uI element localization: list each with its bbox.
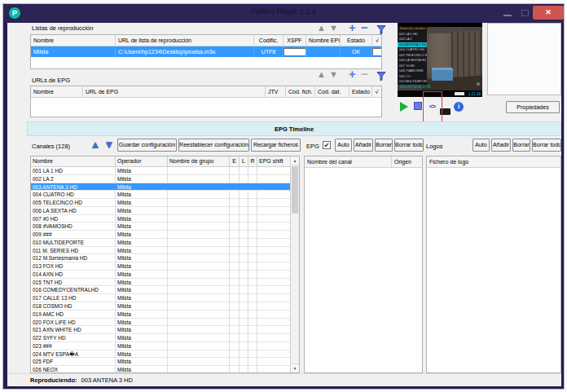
channel-row[interactable]: 016 COMEDYCENTRALHDMilsta bbox=[31, 286, 299, 294]
cell-operador: Milsta bbox=[116, 342, 168, 350]
playlist-move-down-icon[interactable]: ▼ bbox=[327, 23, 340, 34]
channel-row[interactable]: 001 LA 1 HDMilsta bbox=[31, 167, 299, 175]
cell-empty bbox=[248, 326, 257, 333]
channel-move-up-icon[interactable]: ▲ bbox=[89, 138, 102, 152]
cell-empty bbox=[168, 319, 230, 326]
reset-config-button[interactable]: Reestablecer configuración bbox=[178, 139, 249, 152]
channel-row[interactable]: 024 MTV ESPA�AMilsta bbox=[31, 350, 299, 359]
cell-empty bbox=[230, 334, 240, 341]
properties-button[interactable]: Propiedades bbox=[506, 101, 560, 113]
epg-panel-table-header: Nombre del canalOrigen bbox=[305, 156, 422, 168]
channel-row[interactable]: 023 ###Milsta bbox=[31, 342, 299, 350]
cell-empty bbox=[230, 231, 240, 238]
logos-auto-button[interactable]: Auto bbox=[472, 139, 490, 152]
cell-operador: Milsta bbox=[116, 294, 168, 302]
epgurl-move-up-icon[interactable]: ▲ bbox=[315, 69, 327, 81]
column-header: Estado bbox=[349, 86, 372, 97]
logos-panel-label: Logos bbox=[426, 143, 442, 150]
cell-empty bbox=[257, 183, 291, 191]
channel-row[interactable]: 008 #VAMOSHDMilsta bbox=[31, 222, 299, 231]
channel-row[interactable]: 013 FOX HDMilsta bbox=[31, 262, 299, 271]
cell-empty bbox=[248, 279, 257, 286]
channel-row[interactable]: 002 LA 2Milsta bbox=[31, 175, 299, 183]
channels-scrollbar[interactable]: ▲ ▼ bbox=[290, 156, 299, 372]
cell-operador: Milsta bbox=[116, 319, 168, 326]
cell-empty bbox=[257, 358, 291, 365]
channel-row[interactable]: 014 AXN HDMilsta bbox=[31, 271, 299, 279]
cell-empty bbox=[240, 342, 248, 350]
cell-nombre: 024 MTV ESPA�A bbox=[31, 350, 116, 358]
channel-row[interactable]: 021 AXN WHITE HDMilsta bbox=[31, 326, 299, 334]
channel-row[interactable]: 010 MULTIDEPORTEMilsta bbox=[31, 239, 299, 247]
playlist-row[interactable]: MilstaC:\Users\hp1234\Desktop\prueba.m3u… bbox=[31, 46, 381, 57]
playlist-filter-icon[interactable] bbox=[375, 23, 387, 34]
channel-row[interactable]: 017 CALLE 13 HDMilsta bbox=[31, 294, 299, 302]
scrollbar-up-icon[interactable]: ▲ bbox=[291, 156, 299, 165]
channel-row[interactable]: 004 CUATRO HDMilsta bbox=[31, 191, 299, 199]
cell-empty bbox=[168, 262, 230, 270]
channel-row[interactable]: 007 #0 HDMilsta bbox=[31, 215, 299, 223]
channel-row[interactable]: 005 TELECINCO HDMilsta bbox=[31, 199, 299, 207]
channel-row[interactable]: 011 M. SERIES HDMilsta bbox=[31, 247, 299, 255]
app-window: P Perfect Player 1.1.4 ✕ ▲ ▼ + − Listas … bbox=[2, 3, 565, 390]
channel-row[interactable]: 020 FOX LIFE HDMilsta bbox=[31, 319, 299, 327]
channel-move-down-icon[interactable]: ▼ bbox=[103, 138, 116, 152]
cell-empty bbox=[240, 294, 248, 302]
epgurl-filter-icon[interactable] bbox=[375, 69, 387, 81]
active-checkbox[interactable]: ✔ bbox=[372, 48, 382, 56]
logos-add-button[interactable]: Añadir bbox=[491, 139, 511, 152]
cell-empty bbox=[257, 342, 291, 350]
cell-empty bbox=[230, 175, 240, 183]
channel-row[interactable]: 025 FDFMilsta bbox=[31, 358, 299, 366]
channel-row[interactable]: 006 LA SEXTA HDMilsta bbox=[31, 207, 299, 215]
cell-empty bbox=[230, 350, 240, 358]
reload-files-button[interactable]: Recargar ficheros bbox=[251, 139, 301, 152]
cell-empty bbox=[168, 199, 230, 206]
cell-operador: Milsta bbox=[116, 302, 168, 310]
channel-row[interactable]: 015 TNT HDMilsta bbox=[31, 279, 299, 287]
channel-row[interactable]: 026 NEOXMilsta bbox=[31, 366, 299, 373]
xspf-checkbox[interactable] bbox=[284, 48, 306, 56]
cell-operador: Milsta bbox=[116, 350, 168, 358]
epgurl-move-down-icon[interactable]: ▼ bbox=[327, 69, 340, 81]
epg-auto-button[interactable]: Auto bbox=[335, 139, 352, 152]
status-value: 003 ANTENA 3 HD bbox=[81, 377, 133, 384]
epg-add-button[interactable]: Añadir bbox=[354, 139, 373, 152]
channel-row[interactable]: 009 ###Milsta bbox=[31, 231, 299, 239]
channel-row[interactable]: 022 SYFY HDMilsta bbox=[31, 334, 299, 342]
column-header: Nombre EPG bbox=[306, 35, 341, 46]
column-header: √ bbox=[372, 86, 381, 97]
playlist-remove-icon[interactable]: − bbox=[358, 23, 371, 34]
scrollbar-thumb[interactable] bbox=[292, 166, 298, 214]
channel-row[interactable]: 012 M.Seriesmania HDMilsta bbox=[31, 254, 299, 262]
channels-section-label: Canales (128) bbox=[32, 143, 70, 150]
epg-delete-all-button[interactable]: Borrar todo bbox=[394, 139, 424, 152]
maximize-button[interactable] bbox=[521, 10, 529, 16]
play-button[interactable] bbox=[398, 101, 411, 112]
column-header: R bbox=[248, 156, 257, 166]
cell-empty bbox=[257, 222, 291, 230]
cell-empty bbox=[248, 191, 257, 198]
cell-nombre: 025 FDF bbox=[31, 358, 116, 365]
channel-row[interactable]: 003 ANTENA 3 HDMilsta bbox=[31, 183, 299, 192]
info-button[interactable]: i bbox=[454, 101, 466, 112]
playlist-add-icon[interactable]: + bbox=[346, 23, 358, 34]
epg-delete-button[interactable]: Borrar bbox=[375, 139, 393, 152]
epg-timeline-bar[interactable]: EPG Timeline bbox=[27, 121, 561, 136]
epgurl-add-icon[interactable]: + bbox=[346, 69, 358, 81]
scrollbar-down-icon[interactable]: ▼ bbox=[291, 363, 299, 372]
cell-empty bbox=[240, 175, 248, 183]
epgurl-remove-icon[interactable]: − bbox=[358, 69, 371, 81]
close-button[interactable]: ✕ bbox=[533, 6, 564, 20]
epg-auto-checkbox[interactable]: ✔ bbox=[323, 141, 331, 149]
cell-empty bbox=[240, 247, 248, 254]
save-config-button[interactable]: Guardar configuración bbox=[117, 139, 177, 152]
playlist-move-up-icon[interactable]: ▲ bbox=[315, 23, 327, 34]
channel-row[interactable]: 019 AMC HDMilsta bbox=[31, 311, 299, 319]
logos-delete-button[interactable]: Borrar bbox=[512, 139, 530, 152]
play-icon bbox=[400, 102, 408, 112]
minimize-button[interactable] bbox=[503, 15, 512, 16]
channel-row[interactable]: 018 COSMO HDMilsta bbox=[31, 302, 299, 311]
cell-empty bbox=[248, 271, 257, 278]
logos-delete-all-button[interactable]: Borrar todo bbox=[532, 139, 561, 152]
